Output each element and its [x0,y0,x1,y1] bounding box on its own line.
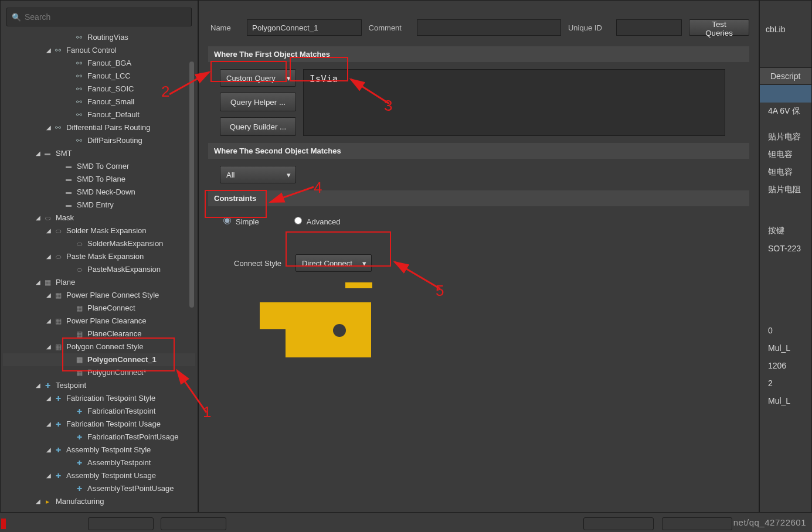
mask-icon [74,265,84,274]
rules-tree[interactable]: RoutingVias◢Fanout ControlFanout_BGAFano… [3,31,195,511]
right-row[interactable]: 4A 6V 保 [760,103,811,120]
tree-item[interactable]: SMD To Corner [3,160,195,173]
tree-item[interactable]: ◢Fabrication Testpoint Style [3,392,195,405]
connect-style-combo[interactable]: Direct Connect [295,254,372,272]
tree-item[interactable]: SMD Neck-Down [3,186,195,199]
tree-item-label: Testpoint [56,379,86,392]
tree-item-label: FabricationTestpoint [87,405,155,418]
tree-item[interactable]: ◢Testpoint [3,379,195,392]
right-row[interactable]: 钽电容 [760,163,811,181]
tree-item[interactable]: PolygonConnect* [3,366,195,379]
right-row[interactable]: Mul_L [760,339,811,357]
tree-item[interactable]: ◢Plane [3,276,195,289]
query-textarea[interactable]: IsVia [303,69,725,136]
tree-item[interactable]: ◢Power Plane Connect Style [3,289,195,302]
tree-item[interactable]: AssemblyTestpoint [3,456,195,469]
tree-item[interactable]: Fanout_LCC [3,70,195,83]
tree-item[interactable]: ◢Power Plane Clearance [3,315,195,328]
tree-item[interactable]: SolderMaskExpansion [3,237,195,250]
tree-item[interactable]: FabricationTestpoint [3,405,195,418]
tree-item-label: Fanout_Default [87,108,140,121]
search-box[interactable]: 🔍 [6,8,192,26]
tree-item[interactable]: ◢Mask [3,212,195,224]
tree-scrollbar[interactable] [189,31,194,512]
tp-icon [43,381,52,390]
radio-simple[interactable]: Simple [223,217,259,226]
tree-item[interactable]: ◢Polygon Connect Style [3,340,195,353]
tree-item-label: SMD Entry [77,199,114,212]
planei-icon [74,368,84,377]
mask-icon [74,239,84,248]
tree-item[interactable]: Fanout_BGA [3,57,195,70]
tree-item[interactable]: Fanout_Default [3,108,195,121]
fan-icon [74,97,84,107]
right-row[interactable]: 贴片电阻 [760,181,811,199]
tree-item[interactable]: ◢Assembly Testpoint Usage [3,469,195,482]
query-builder-button[interactable]: Query Builder ... [220,117,296,136]
tree-item-label: RoutingVias [87,31,128,44]
tree-item-label: AssemblyTestPointUsage [87,482,174,495]
connect-style-label: Connect Style [234,259,281,268]
tree-item[interactable]: SMD To Plane [3,173,195,186]
right-row[interactable]: 贴片电容 [760,128,811,146]
tree-item[interactable]: ◢Differential Pairs Routing [3,121,195,134]
tree-item[interactable]: Fanout_Small [3,96,195,108]
right-row-selected[interactable] [760,85,811,103]
tree-item[interactable]: ◢Manufacturing [3,495,195,508]
tree-item-label: PolygonConnect* [87,366,146,379]
second-match-mode-combo[interactable]: All [220,166,296,183]
bottom-button[interactable] [583,517,654,530]
right-row[interactable]: 1206 [760,357,811,374]
right-panel-title: cbLib [760,18,811,40]
planei-icon [53,342,63,352]
right-row[interactable]: SOT-223 [760,240,811,257]
bottom-button[interactable] [161,517,226,530]
uniqueid-field[interactable] [616,19,682,36]
tree-item-label: Paste Mask Expansion [66,250,144,263]
tree-scroll: RoutingVias◢Fanout ControlFanout_BGAFano… [3,31,195,512]
search-input[interactable] [25,12,186,22]
tree-item-label: Differential Pairs Routing [66,121,151,134]
tree-item[interactable]: ◢Solder Mask Expansion [3,224,195,237]
right-row[interactable]: 钽电容 [760,146,811,163]
tree-item[interactable]: ◢SMT [3,147,195,160]
test-queries-button[interactable]: Test Queries [689,19,749,36]
tree-item[interactable]: ◢Assembly Testpoint Style [3,444,195,456]
tree-item[interactable]: PlaneConnect [3,302,195,315]
tpi-icon [53,394,63,403]
svg-point-2 [333,324,346,337]
bottom-button[interactable] [88,517,154,530]
tree-item[interactable]: AssemblyTestPointUsage [3,482,195,495]
bottom-strip [0,516,812,532]
tree-item[interactable]: PolygonConnect_1 [3,353,195,366]
tree-item[interactable]: Fanout_SOIC [3,83,195,96]
bottom-button[interactable] [662,517,732,530]
tree-item[interactable]: SMD Entry [3,199,195,212]
first-match-mode-combo[interactable]: Custom Query [220,69,296,87]
tree-item[interactable]: FabricationTestPointUsage [3,431,195,444]
right-row[interactable]: 按键 [760,222,811,240]
tree-item[interactable]: ◢Paste Mask Expansion [3,250,195,263]
tree-item-label: Power Plane Connect Style [66,289,159,302]
tree-item[interactable]: DiffPairsRouting [3,134,195,147]
right-row[interactable]: Mul_L [760,392,811,410]
query-helper-button[interactable]: Query Helper ... [220,93,296,111]
right-col-header: Descript [760,67,811,85]
radio-advanced[interactable]: Advanced [294,217,341,226]
tree-item[interactable]: ◢Fabrication Testpoint Usage [3,418,195,431]
mask-icon [53,252,63,261]
right-row[interactable]: 0 [760,322,811,339]
tree-item[interactable]: PlaneClearance [3,328,195,340]
tree-item[interactable]: RoutingVias [3,31,195,44]
tree-item-label: Fanout_SOIC [87,83,134,96]
name-field[interactable] [247,19,362,36]
tree-item[interactable]: PasteMaskExpansion [3,263,195,276]
right-panel-cropped: cbLib Descript 4A 6V 保 贴片电容钽电容钽电容贴片电阻 按键… [759,0,812,513]
man-icon [43,497,52,506]
right-row[interactable]: 2 [760,374,811,392]
section-first-object: Where The First Object Matches [208,46,749,62]
tree-item[interactable]: ◢Fanout Control [3,44,195,57]
header-row: Name Comment Unique ID Test Queries [210,19,749,36]
section-constraints: Constraints [208,190,749,206]
comment-field[interactable] [417,19,561,36]
